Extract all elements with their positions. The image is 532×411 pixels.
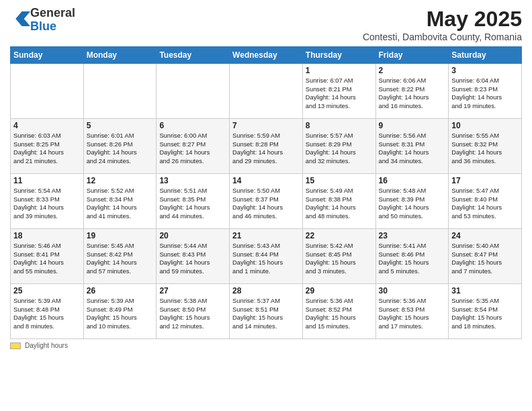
logo-blue: Blue <box>30 19 56 33</box>
day-info: Sunrise: 5:41 AM Sunset: 8:46 PM Dayligh… <box>379 242 446 275</box>
calendar-empty-cell <box>157 64 230 119</box>
footer: Daylight hours <box>10 342 522 349</box>
logo-icon <box>11 9 30 28</box>
calendar-day-header: Friday <box>375 47 449 64</box>
day-info: Sunrise: 5:55 AM Sunset: 8:32 PM Dayligh… <box>451 132 519 165</box>
day-number: 3 <box>451 66 519 75</box>
day-info: Sunrise: 5:50 AM Sunset: 8:37 PM Dayligh… <box>232 187 300 220</box>
logo-text: General Blue <box>30 7 75 34</box>
calendar-empty-cell <box>83 64 157 119</box>
page: General Blue May 2025 Contesti, Dambovit… <box>0 0 532 411</box>
calendar-week-row: 4Sunrise: 6:03 AM Sunset: 8:25 PM Daylig… <box>11 119 522 174</box>
day-info: Sunrise: 6:03 AM Sunset: 8:25 PM Dayligh… <box>13 132 81 165</box>
day-info: Sunrise: 5:47 AM Sunset: 8:40 PM Dayligh… <box>451 187 519 220</box>
calendar-day-cell: 27Sunrise: 5:38 AM Sunset: 8:50 PM Dayli… <box>157 284 230 339</box>
calendar-day-cell: 3Sunrise: 6:04 AM Sunset: 8:23 PM Daylig… <box>449 64 522 119</box>
logo-general: General <box>30 6 75 19</box>
calendar-day-cell: 16Sunrise: 5:48 AM Sunset: 8:39 PM Dayli… <box>375 174 449 229</box>
calendar-day-header: Wednesday <box>230 47 303 64</box>
day-info: Sunrise: 5:44 AM Sunset: 8:43 PM Dayligh… <box>159 242 226 275</box>
day-info: Sunrise: 5:43 AM Sunset: 8:44 PM Dayligh… <box>232 242 300 275</box>
day-number: 20 <box>159 231 226 240</box>
svg-marker-0 <box>15 11 30 26</box>
day-info: Sunrise: 5:45 AM Sunset: 8:42 PM Dayligh… <box>87 242 154 275</box>
day-number: 25 <box>13 286 81 295</box>
calendar-day-cell: 7Sunrise: 5:59 AM Sunset: 8:28 PM Daylig… <box>230 119 303 174</box>
day-number: 9 <box>379 121 446 130</box>
day-number: 31 <box>451 286 519 295</box>
day-info: Sunrise: 5:59 AM Sunset: 8:28 PM Dayligh… <box>232 132 300 165</box>
day-number: 7 <box>232 121 300 130</box>
calendar-day-cell: 1Sunrise: 6:07 AM Sunset: 8:21 PM Daylig… <box>302 64 375 119</box>
day-info: Sunrise: 6:04 AM Sunset: 8:23 PM Dayligh… <box>451 77 519 110</box>
calendar-day-cell: 20Sunrise: 5:44 AM Sunset: 8:43 PM Dayli… <box>157 229 230 284</box>
calendar-day-cell: 6Sunrise: 6:00 AM Sunset: 8:27 PM Daylig… <box>157 119 230 174</box>
main-title: May 2025 <box>363 7 522 32</box>
calendar-day-cell: 30Sunrise: 5:36 AM Sunset: 8:53 PM Dayli… <box>375 284 449 339</box>
day-number: 29 <box>306 286 373 295</box>
calendar-week-row: 11Sunrise: 5:54 AM Sunset: 8:33 PM Dayli… <box>11 174 522 229</box>
calendar-day-cell: 31Sunrise: 5:35 AM Sunset: 8:54 PM Dayli… <box>449 284 522 339</box>
day-number: 17 <box>451 176 519 185</box>
day-number: 5 <box>87 121 154 130</box>
subtitle: Contesti, Dambovita County, Romania <box>363 32 522 42</box>
day-info: Sunrise: 5:42 AM Sunset: 8:45 PM Dayligh… <box>306 242 373 275</box>
day-number: 27 <box>159 286 226 295</box>
day-info: Sunrise: 5:46 AM Sunset: 8:41 PM Dayligh… <box>13 242 81 275</box>
calendar-week-row: 18Sunrise: 5:46 AM Sunset: 8:41 PM Dayli… <box>11 229 522 284</box>
calendar-empty-cell <box>11 64 84 119</box>
logo: General Blue <box>10 7 75 34</box>
calendar-day-cell: 13Sunrise: 5:51 AM Sunset: 8:35 PM Dayli… <box>157 174 230 229</box>
day-number: 10 <box>451 121 519 130</box>
calendar-day-cell: 12Sunrise: 5:52 AM Sunset: 8:34 PM Dayli… <box>83 174 157 229</box>
calendar-day-cell: 17Sunrise: 5:47 AM Sunset: 8:40 PM Dayli… <box>449 174 522 229</box>
header: General Blue May 2025 Contesti, Dambovit… <box>10 7 522 42</box>
calendar-day-header: Saturday <box>449 47 522 64</box>
calendar-empty-cell <box>230 64 303 119</box>
day-number: 1 <box>306 66 373 75</box>
day-number: 18 <box>13 231 81 240</box>
day-info: Sunrise: 5:39 AM Sunset: 8:48 PM Dayligh… <box>13 297 81 330</box>
day-info: Sunrise: 5:36 AM Sunset: 8:53 PM Dayligh… <box>379 297 446 330</box>
calendar-day-cell: 28Sunrise: 5:37 AM Sunset: 8:51 PM Dayli… <box>230 284 303 339</box>
day-info: Sunrise: 5:57 AM Sunset: 8:29 PM Dayligh… <box>306 132 373 165</box>
daylight-label: Daylight hours <box>25 342 68 349</box>
day-info: Sunrise: 5:35 AM Sunset: 8:54 PM Dayligh… <box>451 297 519 330</box>
calendar-day-cell: 5Sunrise: 6:01 AM Sunset: 8:26 PM Daylig… <box>83 119 157 174</box>
day-info: Sunrise: 6:07 AM Sunset: 8:21 PM Dayligh… <box>306 77 373 110</box>
calendar-day-cell: 15Sunrise: 5:49 AM Sunset: 8:38 PM Dayli… <box>302 174 375 229</box>
day-number: 23 <box>379 231 446 240</box>
calendar-day-cell: 23Sunrise: 5:41 AM Sunset: 8:46 PM Dayli… <box>375 229 449 284</box>
day-info: Sunrise: 5:39 AM Sunset: 8:49 PM Dayligh… <box>87 297 154 330</box>
calendar-week-row: 25Sunrise: 5:39 AM Sunset: 8:48 PM Dayli… <box>11 284 522 339</box>
day-info: Sunrise: 5:49 AM Sunset: 8:38 PM Dayligh… <box>306 187 373 220</box>
day-number: 6 <box>159 121 226 130</box>
calendar-day-cell: 19Sunrise: 5:45 AM Sunset: 8:42 PM Dayli… <box>83 229 157 284</box>
day-number: 22 <box>306 231 373 240</box>
day-number: 13 <box>159 176 226 185</box>
title-block: May 2025 Contesti, Dambovita County, Rom… <box>363 7 522 42</box>
calendar-day-cell: 24Sunrise: 5:40 AM Sunset: 8:47 PM Dayli… <box>449 229 522 284</box>
calendar-day-header: Monday <box>83 47 157 64</box>
day-number: 4 <box>13 121 81 130</box>
calendar-week-row: 1Sunrise: 6:07 AM Sunset: 8:21 PM Daylig… <box>11 64 522 119</box>
day-info: Sunrise: 5:40 AM Sunset: 8:47 PM Dayligh… <box>451 242 519 275</box>
day-info: Sunrise: 5:52 AM Sunset: 8:34 PM Dayligh… <box>87 187 154 220</box>
day-number: 24 <box>451 231 519 240</box>
day-number: 19 <box>87 231 154 240</box>
day-info: Sunrise: 6:01 AM Sunset: 8:26 PM Dayligh… <box>87 132 154 165</box>
day-number: 14 <box>232 176 300 185</box>
daylight-icon <box>10 342 21 349</box>
calendar-day-header: Tuesday <box>157 47 230 64</box>
calendar-day-cell: 25Sunrise: 5:39 AM Sunset: 8:48 PM Dayli… <box>11 284 84 339</box>
day-number: 28 <box>232 286 300 295</box>
calendar-day-cell: 14Sunrise: 5:50 AM Sunset: 8:37 PM Dayli… <box>230 174 303 229</box>
calendar-day-header: Sunday <box>11 47 84 64</box>
day-number: 15 <box>306 176 373 185</box>
day-info: Sunrise: 5:54 AM Sunset: 8:33 PM Dayligh… <box>13 187 81 220</box>
calendar-day-cell: 4Sunrise: 6:03 AM Sunset: 8:25 PM Daylig… <box>11 119 84 174</box>
calendar-table: SundayMondayTuesdayWednesdayThursdayFrid… <box>10 46 522 339</box>
calendar-day-cell: 21Sunrise: 5:43 AM Sunset: 8:44 PM Dayli… <box>230 229 303 284</box>
day-number: 16 <box>379 176 446 185</box>
day-info: Sunrise: 6:00 AM Sunset: 8:27 PM Dayligh… <box>159 132 226 165</box>
